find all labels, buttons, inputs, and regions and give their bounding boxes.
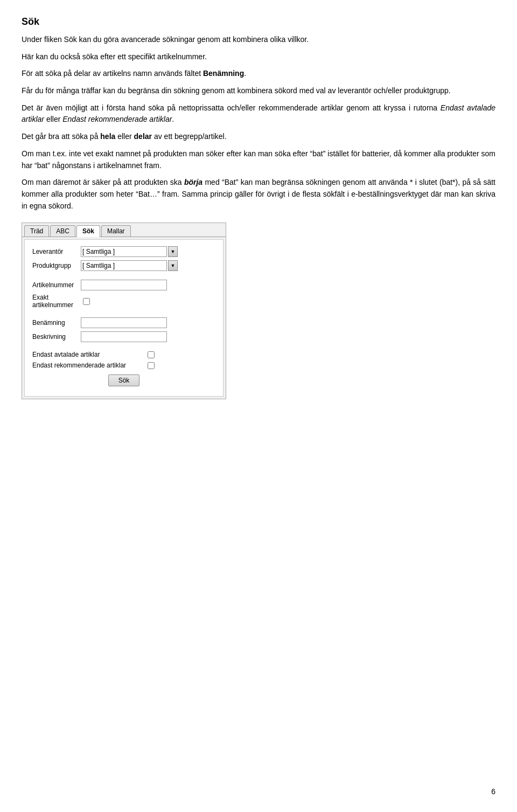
- tab-sok[interactable]: Sök: [76, 225, 100, 237]
- avtalade-row: Endast avtalade artiklar: [32, 351, 215, 358]
- tab-trad[interactable]: Träd: [24, 225, 49, 237]
- beskrivning-input[interactable]: [81, 331, 167, 342]
- benamning-row: Benämning: [32, 317, 215, 328]
- benamning-input-wrap: [81, 317, 215, 328]
- exakt-checkbox-wrap: [81, 298, 215, 305]
- page-title: Sök: [22, 16, 495, 27]
- benamning-label: Benämning: [32, 319, 81, 327]
- produktgrupp-row: Produktgrupp [ Samtliga ] ▼: [32, 260, 215, 271]
- artikelnummer-label: Artikelnummer: [32, 281, 81, 289]
- search-panel: Träd ABC Sök Mallar Leverantör [ Samtlig…: [22, 223, 226, 399]
- avtalade-checkbox[interactable]: [148, 351, 155, 358]
- beskrivning-input-wrap: [81, 331, 215, 342]
- rekommenderade-row: Endast rekommenderade artiklar: [32, 362, 215, 369]
- produktgrupp-dropdown-btn[interactable]: ▼: [168, 260, 178, 271]
- leverantor-select[interactable]: [ Samtliga ]: [81, 246, 167, 257]
- exakt-row: Exakt artikelnummer: [32, 294, 215, 309]
- benamning-input[interactable]: [81, 317, 167, 328]
- paragraph-4: Får du för många träffar kan du begränsa…: [22, 85, 495, 97]
- paragraph-5: Det är även möjligt att i första hand sö…: [22, 102, 495, 126]
- leverantor-label: Leverantör: [32, 248, 81, 255]
- leverantor-row: Leverantör [ Samtliga ] ▼: [32, 246, 215, 257]
- tab-abc[interactable]: ABC: [50, 225, 75, 237]
- avtalade-label: Endast avtalade artiklar: [32, 351, 145, 358]
- beskrivning-label: Beskrivning: [32, 333, 81, 341]
- produktgrupp-select[interactable]: [ Samtliga ]: [81, 260, 167, 271]
- form-area: Leverantör [ Samtliga ] ▼ Produktgrupp […: [24, 239, 223, 397]
- paragraph-3: För att söka på delar av artikelns namn …: [22, 68, 495, 80]
- leverantor-select-wrap: [ Samtliga ]: [81, 246, 167, 257]
- paragraph-7: Om man t.ex. inte vet exakt namnet på pr…: [22, 148, 495, 171]
- artikelnummer-input-wrap: [81, 280, 215, 290]
- paragraph-1: Under fliken Sök kan du göra avancerade …: [22, 34, 495, 46]
- exakt-checkbox[interactable]: [83, 298, 90, 305]
- produktgrupp-input-wrap: [ Samtliga ] ▼: [81, 260, 215, 271]
- tab-mallar[interactable]: Mallar: [101, 225, 131, 237]
- exakt-label: Exakt artikelnummer: [32, 294, 81, 309]
- leverantor-dropdown-btn[interactable]: ▼: [168, 246, 178, 257]
- leverantor-input-wrap: [ Samtliga ] ▼: [81, 246, 215, 257]
- beskrivning-row: Beskrivning: [32, 331, 215, 342]
- paragraph-6: Det går bra att söka på hela eller delar…: [22, 131, 495, 143]
- tabs-bar: Träd ABC Sök Mallar: [22, 223, 226, 237]
- produktgrupp-label: Produktgrupp: [32, 262, 81, 269]
- produktgrupp-select-wrap: [ Samtliga ]: [81, 260, 167, 271]
- artikelnummer-input[interactable]: [81, 280, 167, 290]
- paragraph-2: Här kan du också söka efter ett specifik…: [22, 51, 495, 63]
- artikelnummer-row: Artikelnummer: [32, 280, 215, 290]
- content-area: Under fliken Sök kan du göra avancerade …: [22, 34, 495, 212]
- search-button[interactable]: Sök: [108, 374, 140, 386]
- paragraph-8: Om man däremot är säker på att produkten…: [22, 177, 495, 212]
- rekommenderade-checkbox[interactable]: [148, 362, 155, 369]
- rekommenderade-label: Endast rekommenderade artiklar: [32, 362, 145, 369]
